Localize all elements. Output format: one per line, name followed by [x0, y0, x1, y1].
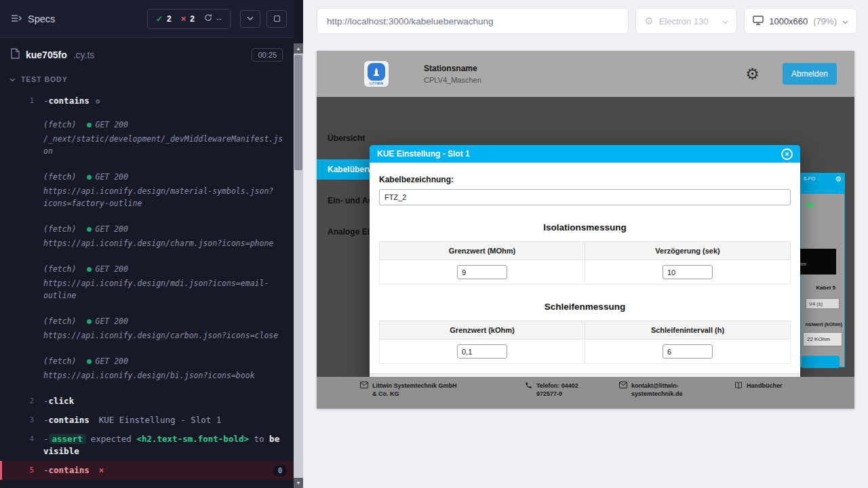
command-name: contains: [49, 415, 90, 425]
button-stub: [802, 356, 840, 368]
footer-company: Littwin Systemtechnik GmbH & Co. KG: [360, 382, 457, 398]
modal-body: Kabelbezeichnung: Isolationsmessung Gren…: [370, 163, 800, 364]
reporter-header: Specs ✓ 2 × 2 --: [0, 0, 294, 38]
mail-icon: [360, 382, 368, 398]
network-log-row[interactable]: (fetch)GET 200https://api.iconify.design…: [0, 167, 294, 213]
spec-duration-badge: 00:25: [252, 48, 283, 62]
scroll-down-button[interactable]: ▼: [294, 478, 303, 488]
isolationsmessung-table: Grenzwert (MOhm) Verzögerung (sek): [379, 241, 791, 285]
runner-main: ⚙ Electron 130 1000x660 (79%): [303, 0, 868, 488]
network-log-row[interactable]: (fetch)GET 200https://api.iconify.design…: [0, 312, 294, 345]
stop-button[interactable]: [267, 10, 287, 28]
network-log-row[interactable]: (fetch)GET 200https://api.iconify.design…: [0, 260, 294, 305]
specs-title[interactable]: Specs: [28, 14, 55, 24]
mail-icon: [619, 382, 627, 398]
command-number: 2: [0, 395, 43, 407]
stat-passed: ✓ 2: [156, 14, 172, 24]
table-cell: [380, 260, 585, 285]
scrollbar-thumb[interactable]: [294, 55, 302, 170]
spec-extension: .cy.ts: [73, 49, 95, 60]
browser-name: Electron 130: [659, 16, 709, 26]
spec-file-icon: [11, 48, 20, 62]
command-row[interactable]: 1-contains⚙: [0, 92, 294, 111]
command-row[interactable]: 3-containsKUE Einstellung - Slot 1: [0, 411, 294, 430]
aut-frame: LITTWIN Stationsname CPLV4_Maschen ⚙ Abm…: [317, 51, 854, 409]
fetch-status: GET 200: [87, 171, 127, 183]
station-label: Stationsname: [424, 62, 481, 75]
table-cell: [585, 340, 791, 364]
request-url: /_next/static/development/_devMiddleware…: [43, 133, 287, 157]
app-logo: LITTWIN: [364, 61, 389, 87]
address-bar[interactable]: [317, 8, 629, 34]
monitor-icon: [753, 16, 764, 27]
grenzwert-mohm-input[interactable]: [457, 265, 507, 279]
app-header: LITTWIN Stationsname CPLV4_Maschen ⚙ Abm…: [317, 51, 854, 97]
command-content: -click: [43, 395, 287, 407]
spec-header[interactable]: kue705fo.cy.ts 00:25: [0, 38, 294, 68]
command-argument: KUE Einstellung - Slot 1: [99, 415, 222, 425]
chevron-down-icon: [722, 16, 728, 26]
viewport-selector[interactable]: 1000x660 (79%): [744, 8, 857, 34]
request-url: https://api.iconify.design/charm.json?ic…: [43, 237, 287, 249]
command-content: -assertexpected <h2.text-sm.font-bold> t…: [43, 433, 287, 458]
scroll-up-button[interactable]: ▲: [294, 43, 303, 54]
logout-button[interactable]: Abmelden: [783, 63, 837, 85]
command-name: contains: [49, 465, 90, 475]
reporter-column: Specs ✓ 2 × 2 --: [0, 0, 303, 488]
schleifenmessung-title: Schleifenmessung: [379, 302, 791, 312]
grenzwert-kohm-input[interactable]: [457, 344, 507, 359]
stat-pending: --: [204, 14, 222, 24]
stop-icon: [274, 16, 280, 22]
footer-manuals[interactable]: Handbücher: [734, 382, 783, 391]
fetch-label: (fetch): [43, 355, 76, 367]
command-content: (fetch)GET 200/_next/static/development/…: [43, 119, 287, 157]
test-body-label: TEST BODY: [21, 75, 68, 83]
fetch-label: (fetch): [43, 119, 76, 131]
command-row[interactable]: 5-contains×0: [0, 461, 294, 480]
logo-text: LITTWIN: [366, 82, 387, 85]
url-input[interactable]: [320, 16, 625, 26]
network-log-row[interactable]: (fetch)GET 200/_next/static/development/…: [0, 115, 294, 161]
command-row[interactable]: 4-assertexpected <h2.text-sm.font-bold> …: [0, 430, 294, 461]
command-number: 3: [0, 414, 43, 426]
chevron-down-icon: [842, 16, 848, 26]
command-content: -containsKUE Einstellung - Slot 1: [43, 414, 287, 426]
app-body: ÜbersichtKabelüberwEin- und AuAnaloge Ei…: [317, 97, 854, 377]
logo-icon: [368, 63, 385, 81]
refresh-icon: [204, 14, 212, 24]
specs-menu-icon[interactable]: [11, 13, 22, 25]
collapse-reporter-button[interactable]: [240, 10, 260, 28]
verzoegerung-input[interactable]: [663, 265, 713, 279]
reporter-scrollbar[interactable]: ▲ ▼: [294, 43, 303, 488]
kohm-label: nsiwert (kOhm): [805, 321, 842, 327]
network-log-row[interactable]: (fetch)GET 200https://api.iconify.design…: [0, 220, 294, 253]
settings-gear-icon[interactable]: ⚙: [745, 66, 760, 82]
test-body-toggle[interactable]: TEST BODY: [0, 68, 294, 89]
phone-icon: [525, 382, 532, 398]
browser-selector[interactable]: ⚙ Electron 130: [635, 8, 737, 34]
scrollbar-track[interactable]: [294, 54, 303, 478]
command-number: 1: [0, 95, 43, 107]
column-header: Verzögerung (sek): [585, 242, 791, 260]
footer-phone: Telefon: 04402 972577-0: [525, 382, 591, 398]
status-dot-icon: [87, 267, 92, 272]
browser-icon: ⚙: [644, 15, 653, 27]
command-number: 5: [2, 464, 43, 476]
kabelbezeichnung-input[interactable]: [379, 189, 791, 205]
assert-label: assert: [49, 434, 86, 444]
gear-icon: ⚙: [835, 176, 842, 183]
schleifenintervall-input[interactable]: [663, 344, 713, 359]
fetch-label: (fetch): [43, 171, 76, 183]
command-name: contains: [49, 96, 90, 106]
request-url: https://api.iconify.design/mdi.json?icon…: [43, 277, 287, 302]
fetch-label: (fetch): [43, 315, 76, 327]
station-info: Stationsname CPLV4_Maschen: [424, 62, 481, 86]
request-url: https://api.iconify.design/bi.json?icons…: [43, 369, 287, 382]
column-header: Grenzwert (MOhm): [380, 242, 585, 260]
close-icon[interactable]: ×: [781, 148, 793, 160]
table-cell: [380, 340, 585, 364]
footer-email: kontakt@littwin-systemtechnik.de: [619, 382, 690, 398]
modal-title: KUE Einstellung - Slot 1: [377, 149, 470, 159]
network-log-row[interactable]: (fetch)GET 200https://api.iconify.design…: [0, 352, 294, 385]
command-row[interactable]: 2-click: [0, 392, 294, 411]
